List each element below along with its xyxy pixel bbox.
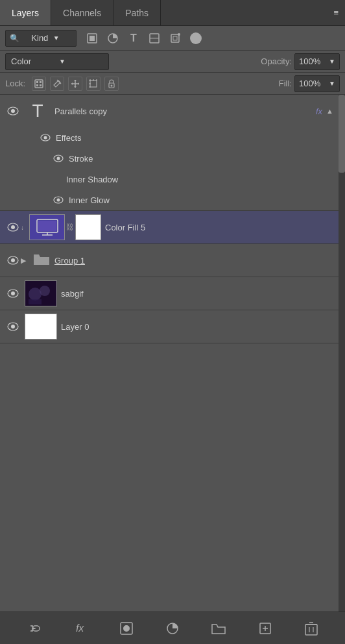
layer-item-sabgif[interactable]: sabgif — [0, 277, 339, 310]
effect-stroke[interactable]: Stroke — [0, 148, 339, 169]
layer-item-group-1[interactable]: ▶ Group 1 — [0, 244, 339, 277]
stroke-label: Stroke — [69, 154, 93, 164]
layer-item-layer-0[interactable]: Layer 0 — [0, 310, 339, 343]
layer-item-color-fill-5[interactable]: ↓ ⛓ Color Fill 5 — [0, 211, 339, 243]
svg-rect-9 — [36, 81, 38, 83]
color-fill-mask — [75, 214, 101, 240]
svg-point-22 — [111, 84, 113, 86]
folder-icon-group-1 — [32, 252, 51, 269]
layers-list: T Parallels copy fx ▲ Effects Stroke Inn… — [0, 95, 345, 612]
effects-header[interactable]: Effects — [0, 127, 339, 148]
filter-type-icon[interactable]: T — [126, 31, 141, 46]
scrollbar-thumb[interactable] — [339, 95, 345, 173]
main-content: 🔍 Kind ▼ T — [0, 26, 345, 644]
lock-all-icon[interactable] — [104, 77, 119, 91]
sabgif-inner-thumb — [25, 281, 56, 306]
inner-glow-visibility[interactable] — [52, 193, 65, 206]
effect-inner-glow[interactable]: Inner Glow — [0, 190, 339, 210]
color-fill-thumb: ⛓ — [29, 214, 101, 240]
inner-shadow-label: Inner Shadow — [66, 175, 118, 184]
svg-rect-1 — [89, 36, 95, 41]
layers-area: T Parallels copy fx ▲ Effects Stroke Inn… — [0, 95, 345, 612]
svg-rect-6 — [173, 36, 177, 40]
tabs-header: Layers Channels Paths ≡ — [0, 0, 345, 26]
scrollbar-track[interactable] — [339, 95, 345, 612]
link-chain-icon: ⛓ — [66, 223, 74, 232]
svg-rect-11 — [36, 84, 38, 86]
tab-paths[interactable]: Paths — [113, 0, 161, 25]
layer-name-parallels-copy: Parallels copy — [54, 106, 316, 116]
svg-point-30 — [57, 199, 60, 202]
svg-point-38 — [11, 258, 15, 262]
svg-rect-54 — [305, 625, 317, 635]
svg-point-49 — [123, 625, 130, 632]
fill-input[interactable]: 100% ▼ — [294, 75, 340, 92]
tab-layers[interactable]: Layers — [0, 0, 51, 25]
svg-rect-36 — [38, 221, 56, 231]
layer-thumb-layer-0 — [25, 314, 57, 340]
svg-rect-14 — [90, 80, 97, 87]
opacity-label: Opacity: — [261, 56, 292, 66]
visibility-toggle-group-1[interactable] — [5, 253, 21, 268]
inner-glow-label: Inner Glow — [69, 195, 110, 205]
layer-name-layer-0: Layer 0 — [61, 322, 333, 332]
visibility-toggle-layer-0[interactable] — [5, 319, 21, 334]
layer-thumb-sabgif — [25, 280, 57, 306]
filter-adjustment-icon[interactable] — [105, 31, 121, 46]
layer-fx-parallels-copy[interactable]: fx — [316, 106, 322, 116]
svg-point-42 — [29, 288, 42, 301]
new-group-button[interactable] — [208, 618, 229, 639]
filter-shape-icon[interactable] — [147, 31, 162, 46]
layer-collapse-parallels-copy[interactable]: ▲ — [326, 107, 333, 115]
visibility-toggle-parallels-copy[interactable] — [5, 103, 21, 119]
svg-rect-10 — [40, 81, 42, 83]
effects-label: Effects — [56, 133, 82, 143]
svg-line-13 — [57, 80, 61, 84]
lock-pixels-icon[interactable] — [32, 77, 46, 91]
delete-layer-button[interactable] — [301, 618, 322, 639]
lock-move-icon[interactable] — [68, 77, 82, 91]
svg-point-28 — [57, 157, 60, 160]
lock-paint-icon[interactable] — [50, 77, 64, 91]
blend-mode-select[interactable]: Color ▼ — [5, 53, 109, 70]
effect-inner-shadow[interactable]: Inner Shadow — [0, 169, 339, 190]
svg-rect-5 — [171, 34, 179, 42]
kind-select[interactable]: 🔍 Kind ▼ — [5, 30, 77, 47]
color-fill-swatch — [29, 214, 65, 240]
fill-label: Fill: — [279, 79, 292, 88]
visibility-toggle-sabgif[interactable] — [5, 286, 21, 301]
svg-rect-12 — [40, 84, 42, 86]
filter-toolbar: 🔍 Kind ▼ T — [0, 26, 345, 51]
filter-circle — [188, 31, 204, 46]
fill-group: Fill: 100% ▼ — [279, 75, 340, 92]
fx-label: fx — [76, 623, 84, 634]
tab-channels[interactable]: Channels — [51, 0, 113, 25]
panel-menu-button[interactable]: ≡ — [327, 0, 345, 25]
stroke-visibility[interactable] — [52, 152, 65, 165]
link-layers-button[interactable] — [23, 618, 44, 639]
group-expand-arrow[interactable]: ▶ — [21, 256, 26, 265]
lock-label: Lock: — [5, 79, 25, 88]
fill-arrow-icon: ↓ — [21, 224, 24, 231]
svg-point-24 — [11, 109, 15, 113]
visibility-toggle-color-fill-5[interactable] — [5, 219, 21, 235]
layer-name-color-fill-5: Color Fill 5 — [105, 223, 333, 232]
opacity-group: Opacity: 100% ▼ — [261, 53, 340, 70]
fx-button[interactable]: fx — [69, 618, 90, 639]
svg-point-40 — [11, 291, 15, 295]
bottom-toolbar: fx — [0, 612, 345, 644]
filter-pixel-icon[interactable] — [84, 31, 100, 46]
svg-rect-44 — [29, 299, 42, 304]
lock-artboard-icon[interactable] — [86, 77, 101, 91]
lock-toolbar: Lock: — [0, 73, 345, 95]
add-adjustment-button[interactable] — [162, 618, 183, 639]
effects-visibility[interactable] — [39, 131, 52, 144]
svg-point-7 — [178, 33, 180, 36]
layer-item-parallels-copy[interactable]: T Parallels copy fx ▲ — [0, 95, 339, 127]
opacity-input[interactable]: 100% ▼ — [294, 53, 340, 70]
blendmode-toolbar: Color ▼ Opacity: 100% ▼ — [0, 51, 345, 73]
add-mask-button[interactable] — [116, 618, 137, 639]
new-layer-button[interactable] — [255, 618, 276, 639]
svg-point-32 — [11, 225, 15, 229]
filter-smart-icon[interactable] — [167, 31, 183, 46]
